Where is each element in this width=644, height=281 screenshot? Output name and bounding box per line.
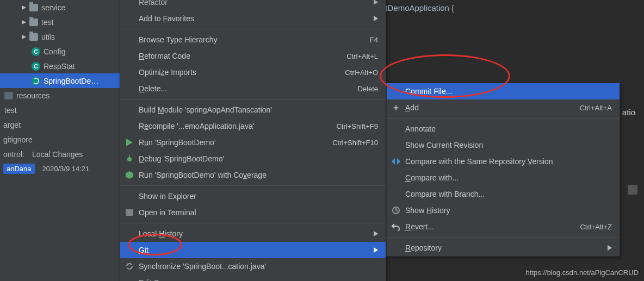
svg-marker-2 [22, 35, 26, 39]
tree-class-config[interactable]: C Config [0, 44, 120, 59]
submenu-arrow-icon [352, 14, 378, 23]
bug-icon [125, 154, 134, 164]
vc-label: ontrol: [3, 150, 24, 159]
add-icon: ＋ [391, 103, 401, 113]
svg-marker-10 [392, 158, 395, 165]
menu-item[interactable]: Annotate [387, 121, 620, 137]
tree-folder-test2[interactable]: test [0, 103, 120, 117]
menu-item[interactable]: Refactor [120, 0, 386, 10]
menu-item-label: Compare with... [405, 173, 459, 182]
git-submenu[interactable]: Commit File...＋AddCtrl+Alt+AAnnotateShow… [386, 83, 620, 257]
tree-folder-utils[interactable]: utils [0, 29, 120, 44]
svg-marker-0 [22, 5, 26, 10]
menu-item-label: Revert... [405, 222, 434, 231]
menu-item[interactable]: Show History [387, 202, 620, 218]
menu-shortcut: Ctrl+Shift+F10 [311, 139, 378, 147]
menu-item-label: Show History [405, 206, 450, 215]
menu-item[interactable]: Optimize ImportsCtrl+Alt+O [120, 64, 386, 80]
menu-item[interactable]: Commit File... [387, 83, 620, 99]
menu-shortcut: F4 [348, 36, 378, 44]
tree-folder-test[interactable]: test [0, 15, 120, 29]
folder-icon [29, 4, 38, 11]
vc-tab[interactable]: Local Changes [32, 150, 83, 159]
menu-item[interactable]: Show Current Revision [387, 137, 620, 153]
context-menu[interactable]: RefactorAdd to FavoritesBrowse Type Hier… [120, 0, 386, 281]
tree-folder-resources[interactable]: resources [0, 88, 120, 103]
coverage-icon [125, 170, 134, 180]
menu-shortcut: Ctrl+Alt+A [558, 104, 612, 112]
menu-item[interactable]: Synchronize 'SpringBoot...cation.java' [120, 258, 386, 274]
menu-item[interactable]: Compare with Branch... [387, 186, 620, 202]
tree-label: test [4, 106, 17, 115]
project-tree[interactable]: service test utils C Config C RespStat S… [0, 0, 120, 281]
menu-item[interactable]: Run 'SpringBootDemo'Ctrl+Shift+F10 [120, 134, 386, 151]
menu-item-label: Run 'SpringBootDemo' [139, 138, 216, 147]
menu-item-label: Synchronize 'SpringBoot...cation.java' [139, 262, 266, 271]
run-icon [125, 138, 134, 147]
menu-item[interactable]: Git [120, 242, 386, 258]
sync-icon [125, 261, 134, 271]
tree-folder-service[interactable]: service [0, 0, 120, 15]
class-icon: C [32, 47, 40, 56]
menu-item-label: Recompile '...emoApplication.java' [139, 122, 254, 130]
folder-icon [29, 18, 38, 26]
menu-separator [120, 29, 386, 29]
menu-item[interactable]: Add to Favorites [120, 10, 386, 27]
tree-label: RespStat [44, 62, 75, 71]
menu-item-label: Repository [405, 243, 442, 252]
menu-item[interactable]: Recompile '...emoApplication.java'Ctrl+S… [120, 118, 386, 134]
menu-separator [120, 223, 386, 223]
menu-item[interactable]: Local History [120, 226, 386, 242]
commit-author: anDana [3, 164, 35, 174]
menu-item-label: Show in Explorer [139, 192, 196, 201]
svg-marker-8 [374, 231, 378, 236]
expand-icon[interactable] [22, 20, 26, 24]
menu-item[interactable]: Delete...Delete [120, 80, 386, 97]
menu-item[interactable]: Build Module 'springAopAndTanscation' [120, 102, 386, 118]
menu-shortcut: Ctrl+Alt+Z [558, 223, 612, 231]
svg-marker-13 [608, 245, 612, 251]
menu-item[interactable]: Reformat CodeCtrl+Alt+L [120, 48, 386, 64]
menu-item[interactable]: Compare with the Same Repository Version [387, 153, 620, 170]
menu-item-label: Browse Type Hierarchy [139, 35, 217, 44]
resources-icon [4, 92, 13, 99]
submenu-arrow-icon [352, 229, 378, 238]
commit-date: 2020/3/9 14:21 [42, 165, 90, 173]
menu-item[interactable]: Edit Scopes [120, 274, 386, 281]
menu-item[interactable]: Repository [387, 240, 620, 256]
menu-item[interactable]: Run 'SpringBootDemo' with Coverage [120, 167, 386, 183]
tree-stray-target[interactable]: arget [0, 117, 120, 132]
menu-separator [387, 237, 620, 238]
svg-marker-3 [374, 0, 378, 5]
menu-item[interactable]: Debug 'SpringBootDemo' [120, 151, 386, 167]
tree-class-respstat[interactable]: C RespStat [0, 59, 120, 73]
menu-item-label: Commit File... [405, 87, 452, 96]
submenu-arrow-icon [586, 243, 612, 252]
menu-item[interactable]: Browse Type HierarchyF4 [120, 32, 386, 48]
menu-item[interactable]: Show in Explorer [120, 188, 386, 204]
menu-item-label: Compare with Branch... [405, 190, 485, 198]
expand-icon[interactable] [22, 5, 26, 10]
expand-icon[interactable] [22, 35, 26, 39]
tree-stray-gitignore[interactable]: gitignore [0, 132, 120, 147]
menu-item-label: Git [139, 246, 148, 254]
menu-item-label: Debug 'SpringBootDemo' [139, 154, 224, 163]
menu-item-label: Run 'SpringBootDemo' with Coverage [139, 171, 267, 179]
commit-row[interactable]: anDana 2020/3/9 14:21 [0, 161, 120, 176]
menu-separator [120, 185, 386, 186]
menu-item-label: Reformat Code [139, 52, 190, 60]
folder-icon [29, 33, 38, 41]
gutter-mark-icon [628, 185, 637, 195]
tree-class-springbootdemo[interactable]: SpringBootDe… [0, 73, 120, 88]
terminal-icon [125, 208, 134, 217]
vc-toolbar[interactable]: ontrol: Local Changes [0, 147, 120, 161]
svg-marker-9 [374, 247, 378, 253]
menu-item[interactable]: Open in Terminal [120, 204, 386, 221]
menu-item[interactable]: Compare with... [387, 170, 620, 186]
menu-item-label: Compare with the Same Repository Version [405, 157, 553, 166]
svg-marker-5 [126, 139, 133, 146]
menu-item[interactable]: ＋AddCtrl+Alt+A [387, 99, 620, 116]
tree-label: utils [41, 33, 55, 41]
menu-item-label: Build Module 'springAopAndTanscation' [139, 105, 272, 114]
menu-item[interactable]: Revert...Ctrl+Alt+Z [387, 218, 620, 235]
